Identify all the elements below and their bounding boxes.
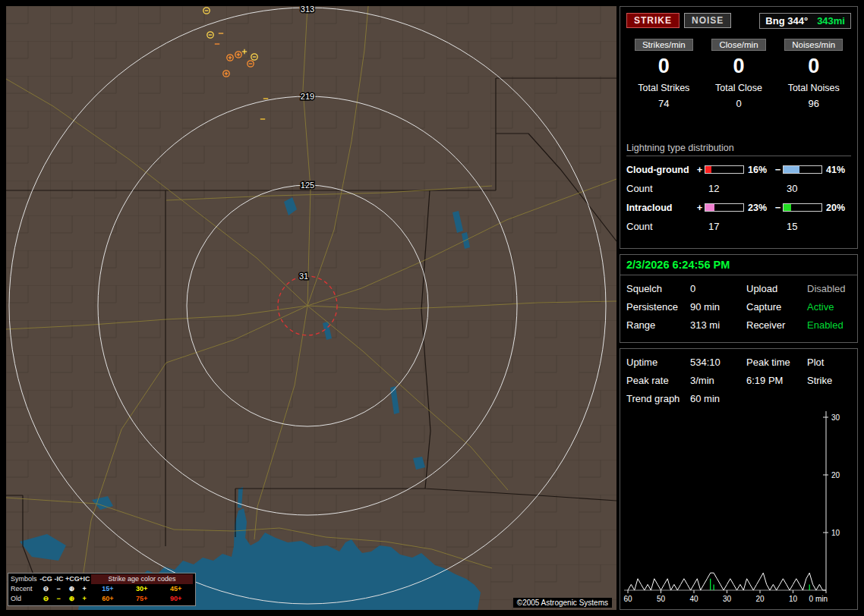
svg-text:20: 20 <box>831 471 840 479</box>
close-rate-column: Close/min 0 Total Close 0 <box>702 39 777 109</box>
age-30: 30+ <box>125 584 159 594</box>
noise-mode-button[interactable]: NOISE <box>684 13 731 28</box>
svg-text:0 min: 0 min <box>809 595 828 603</box>
cg-minus-bar-fill <box>784 166 799 173</box>
count-label: Count <box>626 221 695 232</box>
axis-ticks: 1020306050403020100 min <box>623 413 840 604</box>
uptime-label: Uptime <box>626 357 690 368</box>
copyright-notice: ©2005 Astrogenic Systems <box>513 598 612 608</box>
rate-counters: Strikes/min 0 Total Strikes 74 Close/min… <box>626 39 851 109</box>
ic-plus-bar <box>705 203 744 212</box>
trend-traces <box>628 573 826 590</box>
cg-plus-pct: 16% <box>744 165 773 175</box>
peak-rate-value: 3/min <box>690 375 746 386</box>
cg-minus-bar <box>783 165 822 174</box>
age-45: 45+ <box>159 584 193 594</box>
ring-label-313: 313 <box>301 6 314 14</box>
cloud-ground-label: Cloud-ground <box>626 165 695 175</box>
strikes-per-min-chip[interactable]: Strikes/min <box>635 39 693 51</box>
bearing-distance: 343mi <box>817 15 845 27</box>
persistence-label: Persistence <box>626 301 690 313</box>
cg-plus-count: 12 <box>705 183 744 194</box>
peak-time-value: 6:19 PM <box>746 375 807 386</box>
age-75: 75+ <box>125 594 159 604</box>
cg-plus-bar-fill <box>705 166 711 173</box>
statistics-section: STRIKE NOISE Bng 344° 343mi Strikes/min … <box>620 6 858 249</box>
map-legend: Symbols -CG -IC +CG +IC Strike age color… <box>8 573 196 606</box>
capture-status: Active <box>807 301 851 313</box>
total-strikes-value: 74 <box>658 98 669 109</box>
svg-text:50: 50 <box>657 595 666 603</box>
noises-rate-column: Noises/min 0 Total Noises 96 <box>776 39 851 109</box>
legend-symbols-title: Symbols <box>11 574 39 584</box>
svg-text:20: 20 <box>755 595 765 603</box>
cg-neg-recent-icon: ⊖ <box>39 584 52 594</box>
capture-label: Capture <box>746 301 807 313</box>
cg-minus-pct: 41% <box>822 165 850 175</box>
peak-rate-label: Peak rate <box>626 375 690 386</box>
range-label: Range <box>626 319 690 331</box>
plot-label: Plot <box>807 357 851 368</box>
intracloud-label: Intracloud <box>626 203 695 213</box>
age-60: 60+ <box>91 594 125 604</box>
bearing-label: Bng 344° <box>765 15 808 27</box>
trend-graph: 1020306050403020100 min <box>621 408 856 610</box>
ic-minus-count: 15 <box>783 221 822 232</box>
legend-col-ic-pos: +IC <box>78 574 91 584</box>
total-close-value: 0 <box>736 98 741 109</box>
ic-plus-pct: 23% <box>744 203 773 213</box>
datetime-display: 2/3/2026 6:24:56 PM <box>620 255 857 275</box>
intracloud-count-row: Count 17 15 <box>626 221 851 232</box>
trend-section: Uptime 534:10 Peak time Plot Peak rate 3… <box>620 348 858 610</box>
legend-age-title: Strike age color codes <box>91 574 193 584</box>
legend-old-label: Old <box>11 594 39 604</box>
close-per-min-value: 0 <box>733 55 744 78</box>
minus-sign: − <box>773 164 783 175</box>
plus-sign: + <box>695 164 705 175</box>
trend-graph-label: Trend graph <box>626 393 690 404</box>
legend-old-row: Old ⊖ − ⊕ + 60+ 75+ 90+ <box>11 594 193 604</box>
trend-line-strikes <box>628 573 826 590</box>
receiver-label: Receiver <box>746 319 807 331</box>
legend-col-cg-pos: +CG <box>65 574 78 584</box>
ic-pos-old-icon: + <box>78 594 91 604</box>
legend-recent-row: Recent ⊖ − ⊕ + 15+ 30+ 45+ <box>11 584 193 594</box>
svg-text:60: 60 <box>623 595 632 603</box>
ic-neg-recent-icon: − <box>52 584 65 594</box>
svg-text:30: 30 <box>831 413 840 422</box>
close-per-min-chip[interactable]: Close/min <box>711 39 765 51</box>
map-canvas[interactable]: 313 219 125 31 <box>6 6 616 610</box>
upload-status: Disabled <box>807 283 851 294</box>
plus-sign: + <box>695 202 705 213</box>
noises-per-min-chip[interactable]: Noises/min <box>784 39 843 51</box>
receiver-section: 2/3/2026 6:24:56 PM Squelch 0 Upload Dis… <box>620 254 858 343</box>
cg-plus-bar <box>705 165 744 174</box>
intracloud-row: Intracloud + 23% − 20% <box>626 202 851 213</box>
total-noises-label: Total Noises <box>788 83 840 93</box>
age-15: 15+ <box>91 584 125 594</box>
ring-label-125: 125 <box>301 181 314 190</box>
ring-label-31: 31 <box>299 272 308 281</box>
ic-pos-recent-icon: + <box>78 584 91 594</box>
cg-pos-old-icon: ⊕ <box>65 594 78 604</box>
legend-recent-label: Recent <box>11 584 39 594</box>
cg-neg-old-icon: ⊖ <box>39 594 52 604</box>
info-grid: Uptime 534:10 Peak time Plot Peak rate 3… <box>620 349 857 410</box>
legend-col-ic-neg: -IC <box>52 574 65 584</box>
status-panel: STRIKE NOISE Bng 344° 343mi Strikes/min … <box>620 6 858 610</box>
total-noises-value: 96 <box>808 98 818 109</box>
ring-label-219: 219 <box>301 92 314 101</box>
ic-neg-old-icon: − <box>52 594 65 604</box>
age-90: 90+ <box>159 594 193 604</box>
ic-plus-bar-fill <box>705 204 714 211</box>
receiver-status: Enabled <box>807 319 851 331</box>
status-grid: Squelch 0 Upload Disabled Persistence 90… <box>620 275 857 337</box>
strike-mode-button[interactable]: STRIKE <box>626 13 680 28</box>
cloud-ground-row: Cloud-ground + 16% − 41% <box>626 164 851 175</box>
persistence-value: 90 min <box>690 301 746 313</box>
svg-text:10: 10 <box>789 595 798 603</box>
ic-plus-count: 17 <box>705 221 744 232</box>
lightning-map[interactable]: 313 219 125 31 Symbols -CG -IC +CG +IC S… <box>6 6 616 610</box>
total-strikes-label: Total Strikes <box>638 83 689 93</box>
squelch-value: 0 <box>690 283 746 294</box>
